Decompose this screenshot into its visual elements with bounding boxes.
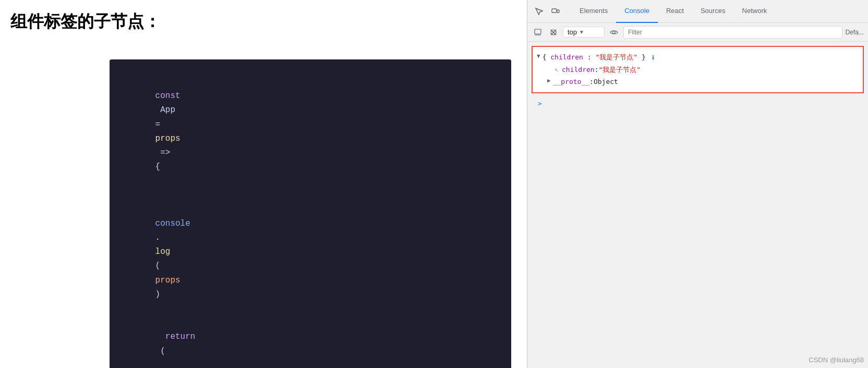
tab-console[interactable]: Console	[616, 0, 658, 23]
proto-expand-arrow[interactable]	[547, 77, 551, 85]
chevron-down-icon: ▼	[579, 29, 584, 35]
main-content: 组件标签的子节点： const App = props => { console…	[0, 0, 527, 368]
console-toolbar: top ▼ Defa...	[527, 23, 868, 42]
show-console-drawer-icon[interactable]	[532, 26, 544, 39]
console-children-line: ↖ children : "我是子节点"	[547, 64, 859, 76]
svg-rect-1	[557, 10, 559, 13]
expand-arrow[interactable]	[537, 52, 540, 61]
console-output-box: { children : "我是子节点" } ℹ ↖ children : "我…	[532, 46, 864, 93]
code-line-3: return (	[125, 316, 496, 368]
console-prompt-icon: >	[538, 100, 542, 107]
live-expressions-icon[interactable]	[608, 26, 620, 39]
code-block: const App = props => { console . log ( p…	[110, 59, 511, 368]
watermark: CSDN @liulang68	[809, 356, 864, 364]
tab-sources[interactable]: Sources	[692, 0, 734, 23]
tab-elements[interactable]: Elements	[571, 0, 616, 23]
devtools-icon-buttons	[532, 4, 563, 19]
tab-react[interactable]: React	[658, 0, 692, 23]
clear-console-icon[interactable]	[547, 26, 560, 39]
page-title: 组件标签的子节点：	[0, 0, 527, 44]
keyword-const: const	[155, 91, 180, 101]
code-line-1: const App = props => {	[125, 75, 496, 189]
tab-network[interactable]: Network	[734, 0, 776, 23]
svg-point-7	[613, 31, 616, 33]
svg-rect-0	[552, 9, 557, 13]
code-line-2: console . log ( props )	[125, 189, 496, 316]
svg-rect-2	[535, 29, 541, 34]
devtools-panel: Elements Console React Sources Network	[527, 0, 868, 368]
filter-input[interactable]	[623, 26, 842, 39]
keyword-return: return	[155, 332, 196, 341]
devtools-tabs-bar: Elements Console React Sources Network	[527, 0, 868, 23]
console-proto-line: __proto__ : Object	[547, 76, 859, 88]
cursor-position-icon: ↖	[554, 65, 560, 75]
device-toolbar-icon[interactable]	[548, 4, 563, 19]
console-input-line: >	[527, 97, 868, 109]
context-selector[interactable]: top ▼	[563, 27, 605, 38]
console-object-line: { children : "我是子节点" } ℹ	[537, 51, 859, 64]
default-levels-label[interactable]: Defa...	[846, 29, 864, 36]
inspect-element-icon[interactable]	[532, 4, 546, 19]
